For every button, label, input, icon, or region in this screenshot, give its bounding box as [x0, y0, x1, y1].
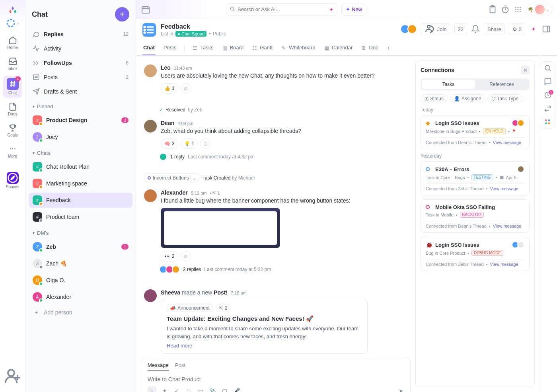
- rail-inbox[interactable]: Inbox: [3, 55, 22, 73]
- compose-button[interactable]: +: [115, 7, 129, 21]
- dm-zach[interactable]: Z Zach 🍕: [29, 256, 132, 271]
- reaction[interactable]: 👍1: [161, 83, 178, 94]
- section-dms[interactable]: ▾DM's: [29, 226, 132, 238]
- author[interactable]: Alexander: [161, 189, 188, 196]
- member-avatars[interactable]: [403, 24, 417, 34]
- watchers[interactable]: ⚙ 2: [509, 23, 525, 35]
- invite-button[interactable]: [3, 367, 22, 386]
- view-message-link[interactable]: View message: [493, 140, 521, 145]
- add-reaction[interactable]: ☺: [181, 251, 191, 261]
- share-button[interactable]: Share: [484, 23, 505, 35]
- filter-type[interactable]: ⬡ Task Type: [487, 94, 522, 103]
- workspace-switcher[interactable]: ⌄: [6, 18, 20, 28]
- thread-summary[interactable]: 2 replies Last comment today at 5:32 pm: [161, 265, 408, 273]
- tab-posts[interactable]: Posts: [163, 41, 177, 55]
- search-icon[interactable]: [544, 64, 552, 72]
- apps-grid-icon[interactable]: [544, 118, 552, 126]
- sidebar-drafts[interactable]: Drafts & Sent: [29, 85, 132, 98]
- reaction[interactable]: 👀2: [161, 251, 178, 261]
- thread-summary[interactable]: 1 reply Last comment today at 4:32 pm: [161, 153, 408, 161]
- rail-spaces[interactable]: Spaces: [3, 170, 22, 191]
- dm-olga[interactable]: O Olga O.: [29, 273, 132, 288]
- view-message-link[interactable]: View message: [490, 262, 518, 267]
- connection-card[interactable]: ◆ Login SSO Issues Milestone in Bugs Pro…: [421, 115, 530, 149]
- dm-zeb[interactable]: Z Zeb 1: [29, 239, 132, 254]
- new-button[interactable]: ✦New: [341, 4, 366, 16]
- rail-chat[interactable]: 4 Chat: [3, 76, 22, 98]
- connection-card[interactable]: 🐞 Login SSO Issues Bug in Core Product •…: [421, 237, 530, 271]
- read-more-link[interactable]: Read more: [167, 343, 362, 349]
- link-icon[interactable]: [544, 105, 552, 113]
- add-view[interactable]: +: [386, 42, 393, 55]
- connection-card[interactable]: Mobile Okta SSO Failing Task in Mobile •…: [421, 199, 530, 233]
- ai-icon[interactable]: ✦: [161, 387, 168, 392]
- tab-whiteboard[interactable]: ✎Whiteboard: [280, 41, 316, 55]
- rail-home[interactable]: Home: [3, 33, 22, 52]
- seg-tasks[interactable]: Tasks: [422, 80, 475, 89]
- rail-more[interactable]: More: [3, 142, 22, 161]
- post-card[interactable]: 📣Announcement ⇱ 2 Team Update: Exciting …: [161, 299, 368, 354]
- emoji-icon[interactable]: ☺: [185, 387, 192, 392]
- rail-goals[interactable]: Goals: [3, 121, 22, 140]
- add-reaction[interactable]: ☺: [181, 83, 191, 94]
- search-input[interactable]: [238, 6, 327, 12]
- mic-icon[interactable]: 🎤: [233, 387, 240, 392]
- avatar[interactable]: [144, 120, 157, 133]
- avatar[interactable]: [144, 289, 157, 302]
- video-icon[interactable]: ▢: [221, 387, 228, 392]
- apps-icon[interactable]: [514, 5, 522, 14]
- view-message-link[interactable]: View message: [490, 186, 518, 191]
- filter-assignee[interactable]: 👤 Assignee: [450, 94, 485, 103]
- seg-references[interactable]: References: [475, 80, 528, 89]
- timer-icon[interactable]: [501, 5, 510, 14]
- sidebar-activity[interactable]: Activity: [29, 42, 132, 55]
- add-reaction[interactable]: ☺: [200, 138, 210, 149]
- tab-gantt[interactable]: ☷Gantt: [251, 41, 273, 55]
- sidebar-replies[interactable]: Replies 12: [29, 28, 132, 41]
- dm-alexander[interactable]: A Alexander: [29, 289, 132, 304]
- sidebar-posts[interactable]: Posts 2: [29, 71, 132, 84]
- attach-plus-icon[interactable]: +: [148, 386, 156, 392]
- composer-input[interactable]: [148, 374, 405, 386]
- chat-feedback[interactable]: # Feedback: [29, 193, 132, 208]
- global-search[interactable]: ✦: [226, 3, 337, 16]
- ai-sparkle-icon[interactable]: ✦: [529, 25, 538, 33]
- composer-tab-message[interactable]: Message: [148, 362, 169, 371]
- reaction[interactable]: 🧠3: [161, 138, 178, 149]
- task-pill[interactable]: Incorrect Buttons: [144, 174, 199, 182]
- avatar[interactable]: [144, 64, 157, 77]
- sidebar-followups[interactable]: FollowUps 8: [29, 57, 132, 69]
- send-icon[interactable]: ➤: [397, 387, 405, 392]
- tab-chat[interactable]: Chat: [142, 41, 156, 55]
- tab-doc[interactable]: 🗎Doc: [360, 41, 379, 55]
- tab-board[interactable]: ▥Board: [222, 41, 245, 55]
- gif-icon[interactable]: ▭: [197, 387, 204, 392]
- reaction[interactable]: 💡1: [181, 138, 198, 149]
- author[interactable]: Leo: [161, 64, 171, 71]
- space-chip[interactable]: ● Chat Squad: [175, 31, 206, 37]
- comment-icon[interactable]: [544, 78, 552, 86]
- pinned-product-design[interactable]: # Product Design 3: [29, 113, 132, 128]
- bell-icon[interactable]: [471, 25, 480, 33]
- chat-rollout-plan[interactable]: # Chat Rollout Plan: [29, 159, 132, 174]
- close-icon[interactable]: ✕: [521, 66, 530, 74]
- tab-tasks[interactable]: ☰Tasks: [192, 41, 214, 55]
- attachment-icon[interactable]: 📎: [209, 387, 216, 392]
- image-attachment[interactable]: [161, 208, 280, 248]
- task-check-icon[interactable]: ✓: [173, 387, 180, 392]
- section-pinned[interactable]: ▾Pinned: [29, 99, 132, 111]
- avatar[interactable]: [144, 189, 157, 202]
- chat-marketing[interactable]: # Marketing space: [29, 176, 132, 191]
- connection-card[interactable]: E30A – Errors Task in Core – Bugs • TEST…: [421, 161, 530, 195]
- section-chats[interactable]: ▾Chats: [29, 146, 132, 158]
- member-count[interactable]: 32: [454, 23, 467, 35]
- tab-calendar[interactable]: ▦Calendar: [323, 41, 354, 55]
- clipboard-icon[interactable]: [488, 5, 497, 14]
- add-person[interactable]: + Add person: [29, 306, 132, 319]
- rail-docs[interactable]: Docs: [3, 100, 22, 119]
- user-menu[interactable]: 🌴 ⌄: [526, 3, 552, 16]
- author[interactable]: Sheeva: [161, 289, 180, 296]
- filter-status[interactable]: ◎ Status: [421, 94, 448, 103]
- chat-product-team[interactable]: # Product team: [29, 209, 132, 224]
- app-logo[interactable]: [7, 5, 18, 16]
